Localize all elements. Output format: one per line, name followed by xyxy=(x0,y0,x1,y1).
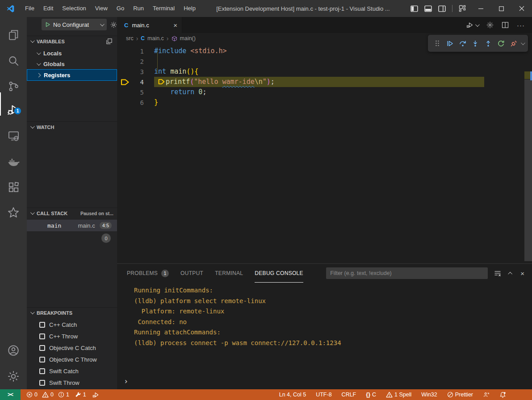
feedback-icon[interactable] xyxy=(483,392,490,398)
breakpoint-checkbox[interactable] xyxy=(39,368,45,374)
maximize-icon[interactable] xyxy=(491,0,511,17)
toolbar-drag-handle[interactable] xyxy=(432,37,443,50)
code-editor[interactable]: 1#include <stdio.h>23int main(){4 printf… xyxy=(117,44,532,263)
breakpoint-row[interactable]: Swift Throw xyxy=(27,377,117,388)
code-line-5[interactable]: 5 return 0; xyxy=(117,87,532,97)
breakpoint-checkbox[interactable] xyxy=(39,333,45,339)
breakpoints-section-header[interactable]: BREAKPOINTS xyxy=(27,307,117,318)
menu-selection[interactable]: Selection xyxy=(58,0,90,17)
settings-gear-icon[interactable] xyxy=(0,365,27,388)
tab-main-c[interactable]: C main.c × xyxy=(117,17,182,33)
chevron-down-icon xyxy=(100,22,105,26)
editor-settings-gear-icon[interactable] xyxy=(486,21,494,29)
code-line-2[interactable]: 2 xyxy=(117,56,532,67)
debug-current-line-arrow-icon[interactable] xyxy=(117,77,134,87)
close-panel-icon[interactable]: × xyxy=(520,270,524,277)
restart-button[interactable] xyxy=(495,37,506,50)
code-line-4[interactable]: 4 printf("hello wamr-ide\n"); xyxy=(117,77,532,87)
problems-status[interactable]: 0 0 1 xyxy=(26,392,69,398)
breakpoint-checkbox[interactable] xyxy=(39,357,45,362)
panel-tab-terminal[interactable]: TERMINAL xyxy=(215,264,243,283)
formatter-status[interactable]: Prettier xyxy=(447,392,473,398)
breakpoint-checkbox[interactable] xyxy=(39,345,45,351)
accounts-icon[interactable] xyxy=(0,339,27,362)
run-or-debug-button[interactable] xyxy=(466,21,478,29)
open-launch-json-gear-icon[interactable] xyxy=(110,21,117,28)
more-actions-icon[interactable]: ··· xyxy=(517,21,525,29)
debug-console-output[interactable]: Running initCommands:(lldb) platform sel… xyxy=(134,285,341,348)
panel-tab-debug-console[interactable]: DEBUG CONSOLE xyxy=(255,264,303,283)
breakpoint-row[interactable]: Objective C Catch xyxy=(27,342,117,354)
menu-help[interactable]: Help xyxy=(179,0,200,17)
panel-tab-output[interactable]: OUTPUT xyxy=(180,264,203,283)
collapse-all-icon[interactable] xyxy=(106,38,113,45)
breakpoint-checkbox[interactable] xyxy=(39,322,45,328)
debug-status-icon[interactable] xyxy=(92,392,100,398)
console-input-prompt[interactable]: › xyxy=(124,377,128,386)
notifications-bell-icon[interactable] xyxy=(499,392,506,398)
extensions-icon[interactable] xyxy=(0,175,27,199)
step-into-button[interactable] xyxy=(470,37,481,50)
eol-status[interactable]: CRLF xyxy=(342,392,356,398)
split-editor-icon[interactable] xyxy=(502,21,509,29)
breakpoint-checkbox[interactable] xyxy=(39,380,45,386)
menu-file[interactable]: File xyxy=(21,0,39,17)
toggle-panel-icon[interactable] xyxy=(424,5,432,12)
code-line-6[interactable]: 6} xyxy=(117,97,532,108)
debug-session-dropdown-icon[interactable] xyxy=(521,41,525,45)
console-filter-input[interactable] xyxy=(326,267,488,279)
variables-scope-globals[interactable]: Globals xyxy=(27,58,117,69)
breakpoint-row[interactable]: C++ Catch xyxy=(27,319,117,330)
variables-section-header[interactable]: VARIABLES xyxy=(27,36,117,46)
menu-view[interactable]: View xyxy=(91,0,112,17)
clear-console-icon[interactable] xyxy=(494,270,501,277)
variables-scope-locals[interactable]: Locals xyxy=(27,48,117,58)
watch-section-header[interactable]: WATCH xyxy=(27,121,117,132)
menu-terminal[interactable]: Terminal xyxy=(148,0,179,17)
continue-button[interactable] xyxy=(444,37,455,50)
search-icon[interactable] xyxy=(0,49,27,72)
panel-tab-problems[interactable]: PROBLEMS1 xyxy=(127,264,169,283)
platform-status[interactable]: Win32 xyxy=(421,392,437,398)
toggle-secondary-sidebar-icon[interactable] xyxy=(438,5,446,12)
editor-scrollbar[interactable] xyxy=(524,79,532,261)
docker-icon[interactable] xyxy=(0,150,27,173)
breakpoint-row[interactable]: C++ Throw xyxy=(27,330,117,342)
menu-edit[interactable]: Edit xyxy=(39,0,58,17)
disconnect-button[interactable] xyxy=(508,37,519,50)
breadcrumb-src[interactable]: src xyxy=(126,35,134,42)
breakpoint-row[interactable]: Swift Catch xyxy=(27,365,117,377)
customize-layout-icon[interactable] xyxy=(459,5,466,12)
menu-go[interactable]: Go xyxy=(112,0,129,17)
tools-status[interactable]: 1 xyxy=(75,392,86,398)
menu-run[interactable]: Run xyxy=(129,0,148,17)
tab-close-icon[interactable]: × xyxy=(173,21,177,29)
breakpoint-row[interactable]: Objective C Throw xyxy=(27,354,117,365)
chevron-down-icon xyxy=(37,61,41,66)
encoding-status[interactable]: UTF-8 xyxy=(316,392,331,398)
step-out-button[interactable] xyxy=(483,37,494,50)
scope-label: Globals xyxy=(43,61,65,67)
maximize-panel-icon[interactable] xyxy=(508,271,512,276)
toggle-sidebar-icon[interactable] xyxy=(411,5,418,12)
breadcrumb-symbol[interactable]: main() xyxy=(180,35,196,42)
spell-checker-status[interactable]: 1 Spell xyxy=(386,392,411,398)
minimize-icon[interactable] xyxy=(470,0,491,17)
step-over-button[interactable] xyxy=(457,37,468,50)
remote-indicator[interactable]: >< xyxy=(0,389,21,400)
cursor-position-status[interactable]: Ln 4, Col 5 xyxy=(279,392,306,398)
variables-scope-registers[interactable]: Registers xyxy=(27,69,117,81)
explorer-icon[interactable] xyxy=(0,23,27,46)
stack-frame-row[interactable]: main main.c 4:5 xyxy=(27,220,117,231)
language-status[interactable]: {} C xyxy=(366,392,376,398)
star-icon[interactable] xyxy=(0,201,27,224)
launch-config-dropdown[interactable]: No Configurat xyxy=(42,19,107,30)
source-control-icon[interactable] xyxy=(0,75,27,98)
close-window-icon[interactable] xyxy=(511,0,532,17)
breadcrumb-file[interactable]: main.c xyxy=(147,35,164,42)
run-and-debug-icon[interactable] xyxy=(0,98,27,121)
code-line-3[interactable]: 3int main(){ xyxy=(117,67,532,77)
call-stack-section-header[interactable]: CALL STACK Paused on st... xyxy=(27,208,117,218)
status-bar: >< 0 0 1 1 Ln 4, Col 5 xyxy=(0,389,532,400)
remote-explorer-icon[interactable] xyxy=(0,124,27,147)
